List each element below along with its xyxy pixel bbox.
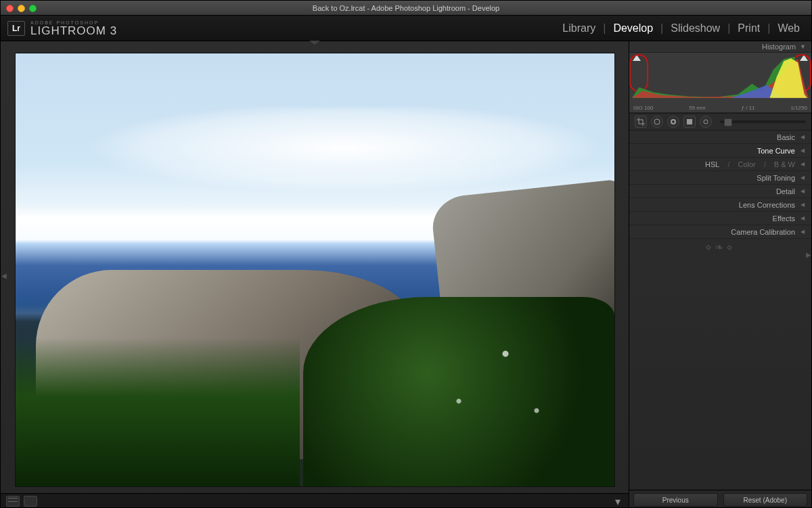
section-hsl-color-bw[interactable]: HSL/ Color/ B & W ◀ — [629, 158, 811, 171]
photo-bush-right — [303, 297, 614, 486]
section-label: Effects — [773, 214, 795, 223]
section-split-toning[interactable]: Split Toning ◀ — [629, 171, 811, 185]
section-label: Basic — [777, 133, 795, 141]
mac-titlebar: Back to Oz.lrcat - Adobe Photoshop Light… — [1, 1, 811, 16]
lightroom-logo-icon: Lr — [7, 21, 25, 36]
exif-aperture: ƒ / 11 — [742, 105, 755, 111]
histogram-label: Histogram — [762, 43, 796, 51]
exif-focal: 55 mm — [689, 105, 705, 111]
histogram-panel-header[interactable]: Histogram ▼ — [629, 41, 811, 52]
branding-block: Lr ADOBE PHOTOSHOP LIGHTROOM 3 — [7, 20, 117, 37]
histogram-graph — [632, 55, 809, 98]
panel-ornament-icon: ⋄❧⋄ — [629, 239, 811, 255]
branding-title: LIGHTROOM 3 — [30, 25, 117, 37]
svg-point-4 — [654, 119, 660, 124]
section-label: Camera Calibration — [731, 228, 795, 236]
secondary-display-button[interactable] — [24, 496, 37, 507]
filmstrip-filter-dropdown-icon[interactable]: ▾ — [612, 496, 623, 507]
exif-iso: ISO 100 — [633, 105, 653, 111]
section-basic[interactable]: Basic ◀ — [629, 131, 811, 144]
section-label: Split Toning — [757, 174, 795, 182]
canvas-holder — [1, 41, 629, 493]
redeye-tool-icon[interactable] — [667, 116, 679, 128]
histogram-meta: ISO 100 55 mm ƒ / 11 1/1250 — [633, 105, 807, 111]
grid-view-button[interactable] — [6, 496, 20, 507]
right-panel: ▶ Histogram ▼ ISO 100 55 mm ƒ / 11 1/125… — [629, 41, 811, 508]
graduated-filter-tool-icon[interactable] — [683, 116, 696, 128]
collapse-triangle-icon: ◀ — [800, 188, 805, 194]
section-camera-calibration[interactable]: Camera Calibration ◀ — [629, 225, 811, 239]
module-print[interactable]: Print — [736, 22, 762, 34]
section-tone-curve[interactable]: Tone Curve ◀ — [629, 144, 811, 158]
module-picker: Library| Develop| Slideshow| Print| Web — [560, 22, 802, 34]
svg-point-8 — [704, 120, 708, 124]
module-library[interactable]: Library — [560, 22, 597, 34]
right-panel-toggle-icon[interactable]: ▶ — [806, 250, 811, 258]
section-label: Detail — [776, 187, 795, 195]
collapse-triangle-icon: ◀ — [800, 229, 805, 235]
collapse-triangle-icon: ◀ — [800, 202, 805, 208]
photo-preview[interactable] — [16, 53, 614, 486]
collapse-triangle-icon: ◀ — [800, 215, 805, 221]
window-title: Back to Oz.lrcat - Adobe Photoshop Light… — [1, 4, 811, 12]
filmstrip-bar: ▾ — [1, 493, 629, 508]
histogram-panel[interactable]: ISO 100 55 mm ƒ / 11 1/1250 — [629, 52, 811, 113]
develop-toolstrip — [629, 113, 811, 131]
module-web[interactable]: Web — [775, 22, 802, 34]
section-hsl-part[interactable]: HSL — [705, 160, 719, 168]
adjustment-brush-tool-icon[interactable] — [700, 116, 712, 128]
canvas-area: ◀ ▾ — [1, 41, 629, 508]
collapse-triangle-icon: ◀ — [800, 134, 805, 140]
collapse-triangle-icon: ▼ — [800, 43, 806, 50]
collapse-triangle-icon: ◀ — [800, 147, 805, 154]
zoom-window-button[interactable] — [29, 5, 37, 12]
reset-button[interactable]: Reset (Adobe) — [723, 493, 808, 507]
minimize-window-button[interactable] — [18, 5, 25, 12]
section-label: Tone Curve — [757, 147, 795, 155]
right-panel-footer: Previous Reset (Adobe) — [629, 490, 811, 508]
branding-text: ADOBE PHOTOSHOP LIGHTROOM 3 — [30, 20, 117, 37]
section-lens-corrections[interactable]: Lens Corrections ◀ — [629, 198, 811, 212]
section-color-part[interactable]: Color — [738, 160, 755, 168]
collapse-triangle-icon: ◀ — [800, 175, 805, 181]
workspace: ◀ ▾ ▶ Histogram ▼ — [1, 41, 811, 508]
svg-rect-7 — [687, 119, 692, 124]
close-window-button[interactable] — [6, 5, 14, 12]
app-header: Lr ADOBE PHOTOSHOP LIGHTROOM 3 Library| … — [1, 16, 811, 41]
crop-tool-icon[interactable] — [635, 116, 647, 128]
svg-point-6 — [672, 120, 675, 123]
section-effects[interactable]: Effects ◀ — [629, 212, 811, 225]
top-panel-toggle-icon[interactable] — [309, 41, 320, 45]
exif-shutter: 1/1250 — [791, 105, 807, 111]
module-develop[interactable]: Develop — [611, 22, 655, 34]
module-slideshow[interactable]: Slideshow — [669, 22, 722, 34]
section-label: Lens Corrections — [739, 201, 795, 209]
section-detail[interactable]: Detail ◀ — [629, 185, 811, 198]
spot-removal-tool-icon[interactable] — [651, 116, 663, 128]
brush-size-slider[interactable] — [720, 120, 806, 123]
section-bw-part[interactable]: B & W — [774, 160, 795, 168]
collapse-triangle-icon: ◀ — [800, 161, 805, 167]
previous-button[interactable]: Previous — [633, 493, 718, 507]
left-panel-toggle-icon[interactable]: ◀ — [1, 271, 7, 279]
photo-grass-left — [16, 338, 300, 486]
window-controls — [6, 5, 37, 12]
